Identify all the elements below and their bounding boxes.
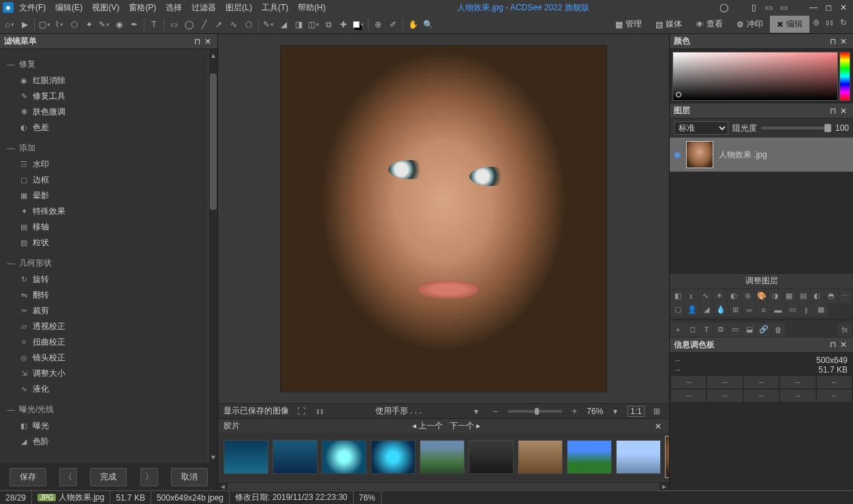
adj-levels-icon[interactable]: ⫾ bbox=[685, 289, 698, 303]
layer-delete-icon[interactable]: 🗑 bbox=[771, 323, 785, 336]
filter-item[interactable]: ❃肤色微调 bbox=[0, 104, 208, 120]
scrollbar-thumb[interactable] bbox=[210, 74, 217, 210]
sync-icon[interactable]: ↻ bbox=[837, 16, 850, 29]
fullscreen-icon[interactable]: ⛶ bbox=[294, 405, 308, 418]
filter-item[interactable]: ⇋翻转 bbox=[0, 287, 208, 303]
layer-item[interactable]: ◉ 人物效果 .jpg bbox=[670, 138, 853, 172]
polygon-tool-icon[interactable]: ⬠ bbox=[67, 18, 81, 31]
menu-select[interactable]: 选择 bbox=[161, 1, 186, 15]
histogram-icon[interactable]: ⫾⫾ bbox=[313, 405, 327, 418]
adj-brightness-icon[interactable]: ☀ bbox=[713, 289, 726, 303]
adj-grid-icon[interactable]: ▦ bbox=[814, 303, 828, 317]
adj-bw-icon[interactable]: ◓ bbox=[824, 289, 837, 303]
zoom-dropdown-icon[interactable]: ▾ bbox=[608, 405, 622, 418]
scrollbar[interactable]: ▴ ▾ bbox=[208, 49, 217, 463]
zoom-tool-icon[interactable]: 🔍 bbox=[421, 18, 435, 31]
menu-help[interactable]: 帮助(H) bbox=[294, 1, 330, 15]
layer-add-icon[interactable]: + bbox=[671, 323, 685, 336]
adj-negative-icon[interactable]: ▬ bbox=[771, 303, 785, 317]
filter-item[interactable]: ◐色差 bbox=[0, 120, 208, 136]
minimize-button[interactable]: — bbox=[807, 2, 820, 13]
heal-tool-icon[interactable]: ✚ bbox=[337, 18, 350, 31]
filmstrip-prev[interactable]: ◂ 上一个 bbox=[412, 421, 443, 430]
menu-tools[interactable]: 工具(T) bbox=[258, 1, 292, 15]
layout3-icon[interactable]: ▭ bbox=[777, 2, 790, 13]
adj-drop-icon[interactable]: 💧 bbox=[714, 303, 728, 317]
menu-layer[interactable]: 图层(L) bbox=[221, 1, 256, 15]
adj-vibrance-icon[interactable]: ▦ bbox=[783, 289, 796, 303]
filter-item[interactable]: ▨粒状 bbox=[0, 235, 208, 251]
filter-item[interactable]: ◎镜头校正 bbox=[0, 350, 208, 366]
account-icon[interactable]: ◯ bbox=[717, 2, 730, 13]
zoom-out-icon[interactable]: − bbox=[488, 405, 502, 418]
adj-hsl-icon[interactable]: ▤ bbox=[796, 289, 809, 303]
thumbnail[interactable] bbox=[518, 440, 563, 474]
fill-tool-icon[interactable]: ◢ bbox=[277, 18, 290, 31]
filter-item[interactable]: ☶水印 bbox=[0, 157, 208, 172]
filter-item[interactable]: ⌗扭曲校正 bbox=[0, 334, 208, 350]
adj-graph-icon[interactable]: ⫿ bbox=[800, 303, 813, 317]
adj-light-icon[interactable]: ◐ bbox=[727, 289, 740, 303]
layout2-icon[interactable]: ▭ bbox=[762, 2, 775, 13]
filter-item[interactable]: ▦晕影 bbox=[0, 188, 208, 204]
filter-item[interactable]: ✎修复工具 bbox=[0, 89, 208, 104]
filter-group[interactable]: 修复 bbox=[0, 56, 208, 73]
thumbnail[interactable] bbox=[273, 440, 317, 474]
pin-icon[interactable]: ⊓ bbox=[827, 36, 838, 47]
rect-shape-icon[interactable]: ▭ bbox=[167, 18, 181, 31]
filter-group[interactable]: 曝光/光线 bbox=[0, 401, 208, 418]
brush-tool-icon[interactable]: ✎▾ bbox=[262, 18, 275, 31]
maximize-button[interactable]: ◻ bbox=[822, 2, 835, 13]
menu-view[interactable]: 视图(V) bbox=[88, 1, 123, 15]
color-gradient[interactable] bbox=[672, 52, 838, 101]
move-tool-icon[interactable]: ▶ bbox=[18, 18, 31, 31]
mode-view[interactable]: 👁 查看 bbox=[689, 16, 730, 33]
brush-select-icon[interactable]: ✎▾ bbox=[97, 18, 111, 31]
scroll-left-icon[interactable]: ◂ bbox=[218, 482, 228, 491]
thumbnail[interactable] bbox=[469, 440, 514, 474]
adj-glasses-icon[interactable]: ∞ bbox=[743, 303, 756, 317]
done-button[interactable]: 完成 bbox=[90, 468, 127, 486]
close-icon[interactable]: ✕ bbox=[838, 106, 849, 116]
visibility-icon[interactable]: ◉ bbox=[674, 150, 681, 159]
canvas[interactable] bbox=[218, 34, 669, 403]
save-button[interactable]: 保存 bbox=[10, 468, 46, 486]
layer-fx-icon[interactable]: fx bbox=[838, 323, 852, 336]
adj-more-icon[interactable]: ⋯ bbox=[839, 289, 852, 303]
menu-pane[interactable]: 窗格(P) bbox=[125, 1, 160, 15]
text-tool-icon[interactable]: T bbox=[147, 18, 161, 31]
filter-item[interactable]: ◢色阶 bbox=[0, 434, 208, 450]
color-swatch-icon[interactable]: ▾ bbox=[352, 18, 365, 31]
prev-button[interactable]: 〈 bbox=[59, 468, 77, 486]
close-button[interactable]: ✕ bbox=[837, 2, 850, 13]
adj-crop-icon[interactable]: ▢ bbox=[671, 303, 685, 317]
line-shape-icon[interactable]: ╱ bbox=[197, 18, 211, 31]
scroll-right-icon[interactable]: ▸ bbox=[660, 482, 669, 491]
filter-item[interactable]: ✦特殊效果 bbox=[0, 204, 208, 219]
layer-copy-icon[interactable]: ⧉ bbox=[714, 323, 728, 336]
chart-icon[interactable]: ⫾⫾ bbox=[823, 16, 837, 29]
thumbnail[interactable] bbox=[616, 440, 661, 474]
adj-tone-icon[interactable]: ◢ bbox=[700, 303, 713, 317]
color-picker[interactable] bbox=[670, 49, 853, 104]
hand-tool-icon[interactable]: ✋ bbox=[406, 18, 420, 31]
adj-split-icon[interactable]: ◐ bbox=[811, 289, 824, 303]
eraser-tool-icon[interactable]: ◫▾ bbox=[307, 18, 320, 31]
clone-tool-icon[interactable]: ⧉ bbox=[322, 18, 335, 31]
cancel-button[interactable]: 取消 bbox=[171, 468, 208, 486]
eyedrop-select-icon[interactable]: ◉ bbox=[112, 18, 126, 31]
filter-item[interactable]: ◧曝光 bbox=[0, 418, 208, 434]
thumbnail[interactable] bbox=[567, 440, 612, 474]
thumbnail[interactable] bbox=[371, 440, 416, 474]
thumbnail[interactable] bbox=[322, 440, 367, 474]
adj-wb-icon[interactable]: ◑ bbox=[769, 289, 781, 303]
adj-curves-icon[interactable]: ∿ bbox=[699, 289, 712, 303]
eyedropper-icon[interactable]: ✐ bbox=[386, 18, 400, 31]
filter-item[interactable]: ◉红眼消除 bbox=[0, 73, 208, 89]
filmstrip-next[interactable]: 下一个 ▸ bbox=[450, 421, 480, 430]
polygon-shape-icon[interactable]: ⬠ bbox=[242, 18, 255, 31]
thumbnail[interactable] bbox=[223, 440, 268, 474]
saved-image-label[interactable]: 显示已保存的图像 bbox=[223, 405, 289, 417]
filmstrip-close-icon[interactable]: ✕ bbox=[653, 421, 664, 432]
pin-icon[interactable]: ⊓ bbox=[191, 36, 202, 47]
